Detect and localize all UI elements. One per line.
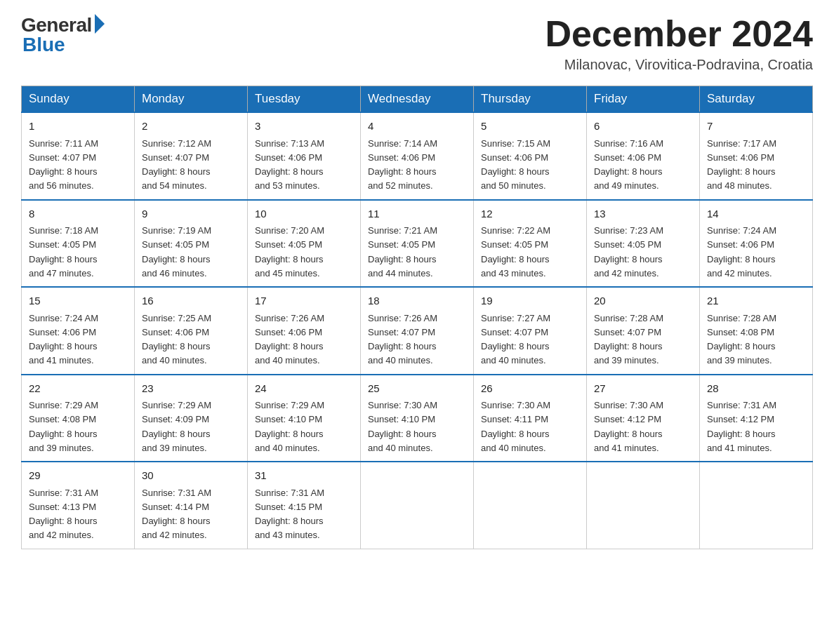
header-friday: Friday: [587, 86, 700, 113]
day-info: Sunrise: 7:27 AMSunset: 4:07 PMDaylight:…: [481, 313, 550, 366]
calendar-cell: [361, 462, 474, 549]
day-info: Sunrise: 7:29 AMSunset: 4:10 PMDaylight:…: [255, 400, 324, 453]
day-number: 13: [594, 206, 692, 222]
day-info: Sunrise: 7:14 AMSunset: 4:06 PMDaylight:…: [368, 138, 437, 192]
day-info: Sunrise: 7:11 AMSunset: 4:07 PMDaylight:…: [29, 138, 98, 192]
calendar-cell: 6 Sunrise: 7:16 AMSunset: 4:06 PMDayligh…: [587, 112, 700, 200]
day-info: Sunrise: 7:31 AMSunset: 4:12 PMDaylight:…: [707, 400, 776, 453]
calendar-cell: 12 Sunrise: 7:22 AMSunset: 4:05 PMDaylig…: [474, 200, 587, 288]
calendar-week-5: 29 Sunrise: 7:31 AMSunset: 4:13 PMDaylig…: [22, 462, 813, 549]
day-number: 17: [255, 293, 353, 309]
calendar-week-3: 15 Sunrise: 7:24 AMSunset: 4:06 PMDaylig…: [22, 287, 813, 375]
day-number: 26: [481, 381, 579, 397]
calendar-cell: [587, 462, 700, 549]
calendar-cell: 14 Sunrise: 7:24 AMSunset: 4:06 PMDaylig…: [700, 200, 813, 288]
calendar-cell: 3 Sunrise: 7:13 AMSunset: 4:06 PMDayligh…: [248, 112, 361, 200]
day-info: Sunrise: 7:13 AMSunset: 4:06 PMDaylight:…: [255, 138, 324, 192]
day-info: Sunrise: 7:28 AMSunset: 4:08 PMDaylight:…: [707, 313, 776, 366]
calendar-cell: 4 Sunrise: 7:14 AMSunset: 4:06 PMDayligh…: [361, 112, 474, 200]
header-monday: Monday: [135, 86, 248, 113]
calendar-week-1: 1 Sunrise: 7:11 AMSunset: 4:07 PMDayligh…: [22, 112, 813, 200]
day-number: 25: [368, 381, 466, 397]
day-number: 7: [707, 119, 805, 135]
day-number: 23: [142, 381, 240, 397]
day-number: 18: [368, 293, 466, 309]
header-wednesday: Wednesday: [361, 86, 474, 113]
calendar-cell: 26 Sunrise: 7:30 AMSunset: 4:11 PMDaylig…: [474, 375, 587, 462]
day-info: Sunrise: 7:31 AMSunset: 4:13 PMDaylight:…: [29, 488, 98, 541]
day-info: Sunrise: 7:25 AMSunset: 4:06 PMDaylight:…: [142, 313, 211, 366]
day-number: 2: [142, 119, 240, 135]
calendar-cell: 30 Sunrise: 7:31 AMSunset: 4:14 PMDaylig…: [135, 462, 248, 549]
calendar-cell: 21 Sunrise: 7:28 AMSunset: 4:08 PMDaylig…: [700, 287, 813, 375]
calendar-cell: 1 Sunrise: 7:11 AMSunset: 4:07 PMDayligh…: [22, 112, 135, 200]
calendar-cell: 15 Sunrise: 7:24 AMSunset: 4:06 PMDaylig…: [22, 287, 135, 375]
day-number: 20: [594, 293, 692, 309]
calendar-cell: 2 Sunrise: 7:12 AMSunset: 4:07 PMDayligh…: [135, 112, 248, 200]
location-subtitle: Milanovac, Virovitica-Podravina, Croatia: [545, 57, 813, 73]
calendar-cell: 23 Sunrise: 7:29 AMSunset: 4:09 PMDaylig…: [135, 375, 248, 462]
calendar-cell: 22 Sunrise: 7:29 AMSunset: 4:08 PMDaylig…: [22, 375, 135, 462]
calendar-cell: 25 Sunrise: 7:30 AMSunset: 4:10 PMDaylig…: [361, 375, 474, 462]
day-number: 19: [481, 293, 579, 309]
calendar-cell: 18 Sunrise: 7:26 AMSunset: 4:07 PMDaylig…: [361, 287, 474, 375]
day-info: Sunrise: 7:29 AMSunset: 4:08 PMDaylight:…: [29, 400, 98, 453]
day-info: Sunrise: 7:29 AMSunset: 4:09 PMDaylight:…: [142, 400, 211, 453]
day-info: Sunrise: 7:31 AMSunset: 4:15 PMDaylight:…: [255, 488, 324, 541]
day-number: 15: [29, 293, 127, 309]
day-info: Sunrise: 7:24 AMSunset: 4:06 PMDaylight:…: [707, 225, 776, 279]
day-number: 4: [368, 119, 466, 135]
day-number: 30: [142, 468, 240, 484]
header-tuesday: Tuesday: [248, 86, 361, 113]
calendar-cell: 7 Sunrise: 7:17 AMSunset: 4:06 PMDayligh…: [700, 112, 813, 200]
day-info: Sunrise: 7:26 AMSunset: 4:07 PMDaylight:…: [368, 313, 437, 366]
calendar-cell: 27 Sunrise: 7:30 AMSunset: 4:12 PMDaylig…: [587, 375, 700, 462]
day-number: 6: [594, 119, 692, 135]
calendar-cell: 11 Sunrise: 7:21 AMSunset: 4:05 PMDaylig…: [361, 200, 474, 288]
calendar-cell: 24 Sunrise: 7:29 AMSunset: 4:10 PMDaylig…: [248, 375, 361, 462]
day-number: 29: [29, 468, 127, 484]
day-info: Sunrise: 7:15 AMSunset: 4:06 PMDaylight:…: [481, 138, 550, 192]
calendar-header-row: SundayMondayTuesdayWednesdayThursdayFrid…: [22, 86, 813, 113]
header-saturday: Saturday: [700, 86, 813, 113]
calendar-cell: 19 Sunrise: 7:27 AMSunset: 4:07 PMDaylig…: [474, 287, 587, 375]
day-info: Sunrise: 7:26 AMSunset: 4:06 PMDaylight:…: [255, 313, 324, 366]
day-number: 28: [707, 381, 805, 397]
logo-arrow-icon: [95, 14, 105, 34]
calendar-cell: 20 Sunrise: 7:28 AMSunset: 4:07 PMDaylig…: [587, 287, 700, 375]
title-section: December 2024 Milanovac, Virovitica-Podr…: [545, 14, 813, 73]
day-info: Sunrise: 7:30 AMSunset: 4:10 PMDaylight:…: [368, 400, 437, 453]
day-info: Sunrise: 7:17 AMSunset: 4:06 PMDaylight:…: [707, 138, 776, 192]
day-info: Sunrise: 7:20 AMSunset: 4:05 PMDaylight:…: [255, 225, 324, 279]
day-number: 24: [255, 381, 353, 397]
day-info: Sunrise: 7:21 AMSunset: 4:05 PMDaylight:…: [368, 225, 437, 279]
day-info: Sunrise: 7:24 AMSunset: 4:06 PMDaylight:…: [29, 313, 98, 366]
day-number: 21: [707, 293, 805, 309]
month-year-title: December 2024: [545, 14, 813, 54]
header-thursday: Thursday: [474, 86, 587, 113]
day-info: Sunrise: 7:22 AMSunset: 4:05 PMDaylight:…: [481, 225, 550, 279]
calendar-cell: 8 Sunrise: 7:18 AMSunset: 4:05 PMDayligh…: [22, 200, 135, 288]
day-number: 22: [29, 381, 127, 397]
day-number: 10: [255, 206, 353, 222]
day-info: Sunrise: 7:31 AMSunset: 4:14 PMDaylight:…: [142, 488, 211, 541]
logo: General Blue: [21, 14, 105, 56]
day-number: 27: [594, 381, 692, 397]
day-number: 12: [481, 206, 579, 222]
calendar-week-2: 8 Sunrise: 7:18 AMSunset: 4:05 PMDayligh…: [22, 200, 813, 288]
day-info: Sunrise: 7:19 AMSunset: 4:05 PMDaylight:…: [142, 225, 211, 279]
day-number: 9: [142, 206, 240, 222]
day-number: 8: [29, 206, 127, 222]
day-info: Sunrise: 7:28 AMSunset: 4:07 PMDaylight:…: [594, 313, 663, 366]
header-sunday: Sunday: [22, 86, 135, 113]
calendar-cell: [474, 462, 587, 549]
day-number: 3: [255, 119, 353, 135]
day-info: Sunrise: 7:16 AMSunset: 4:06 PMDaylight:…: [594, 138, 663, 192]
logo-blue-text: Blue: [22, 34, 65, 56]
page-header: General Blue December 2024 Milanovac, Vi…: [21, 14, 813, 73]
calendar-cell: 9 Sunrise: 7:19 AMSunset: 4:05 PMDayligh…: [135, 200, 248, 288]
calendar-cell: 5 Sunrise: 7:15 AMSunset: 4:06 PMDayligh…: [474, 112, 587, 200]
calendar-cell: 16 Sunrise: 7:25 AMSunset: 4:06 PMDaylig…: [135, 287, 248, 375]
calendar-cell: [700, 462, 813, 549]
day-info: Sunrise: 7:12 AMSunset: 4:07 PMDaylight:…: [142, 138, 211, 192]
